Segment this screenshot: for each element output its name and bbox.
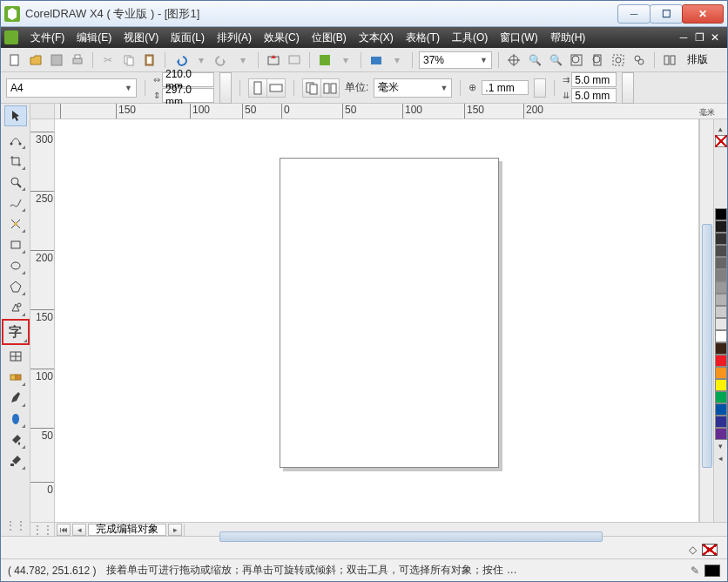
swatch[interactable] [715, 220, 727, 233]
swatch[interactable] [715, 294, 727, 306]
menu-help[interactable]: 帮助(H) [545, 30, 591, 45]
table-tool[interactable] [4, 346, 27, 367]
undo-button[interactable] [172, 51, 189, 69]
swatch[interactable] [715, 306, 727, 318]
landscape-button[interactable] [266, 78, 286, 98]
swatch[interactable] [715, 318, 727, 330]
swatch[interactable] [715, 342, 727, 355]
maximize-button[interactable]: ☐ [650, 4, 683, 24]
zoom-out-button[interactable]: 🔍 [547, 51, 564, 69]
swatch[interactable] [715, 403, 727, 416]
interactive-tool[interactable] [4, 367, 27, 388]
swatch[interactable] [715, 245, 727, 257]
zoom-select[interactable]: 37%▼ [419, 51, 492, 69]
unit-select[interactable]: 毫米▼ [374, 78, 452, 98]
zoom-all-button[interactable] [630, 51, 648, 69]
pick-tool[interactable] [4, 105, 27, 126]
page-options-icon[interactable]: ⋮⋮ [30, 523, 55, 537]
new-button[interactable] [6, 51, 24, 69]
dupy-input[interactable]: 5.0 mm [571, 88, 617, 103]
freehand-tool[interactable] [4, 193, 27, 213]
redo-button[interactable] [213, 51, 231, 69]
import-button[interactable] [265, 51, 282, 69]
dropper-tool[interactable] [4, 388, 27, 409]
nudge-input[interactable]: .1 mm [482, 80, 529, 95]
menu-window[interactable]: 窗口(W) [495, 30, 543, 45]
palette-up-icon[interactable]: ▴ [715, 123, 727, 135]
ruler-vertical[interactable]: 300 250 200 150 100 50 0 [30, 119, 55, 522]
smart-tool[interactable] [4, 213, 27, 234]
menu-view[interactable]: 视图(V) [118, 30, 164, 45]
dupx-input[interactable]: 5.0 mm [571, 72, 617, 87]
menu-edit[interactable]: 编辑(E) [71, 30, 117, 45]
drawing-area[interactable] [55, 119, 699, 522]
interactive-fill-tool[interactable] [4, 450, 27, 471]
swatch[interactable] [715, 269, 727, 281]
swatch[interactable] [715, 355, 727, 367]
text-tool[interactable]: 字 [3, 320, 29, 344]
doc-minimize-button[interactable]: ─ [678, 32, 689, 43]
redo-drop-icon[interactable]: ▾ [234, 51, 252, 69]
doc-restore-button[interactable]: ❐ [694, 32, 704, 43]
swatch[interactable] [715, 208, 727, 220]
all-pages-button[interactable] [302, 78, 321, 98]
menu-file[interactable]: 文件(F) [25, 30, 70, 45]
rectangle-tool[interactable] [4, 234, 27, 255]
page-prev-button[interactable]: ◂ [72, 524, 86, 536]
dup-spinner[interactable] [622, 72, 634, 104]
welcome-drop[interactable]: ▾ [388, 51, 406, 69]
save-button[interactable] [48, 51, 65, 69]
copy-button[interactable] [120, 51, 138, 69]
export-button[interactable] [286, 51, 303, 69]
nudge-spinner[interactable] [534, 78, 546, 98]
menu-text[interactable]: 文本(X) [354, 30, 399, 45]
paste-button[interactable] [141, 51, 158, 69]
options-button[interactable] [661, 51, 678, 69]
menu-table[interactable]: 表格(T) [401, 30, 445, 45]
current-page-button[interactable] [320, 78, 340, 98]
menu-arrange[interactable]: 排列(A) [212, 30, 257, 45]
page-next-button[interactable]: ▸ [168, 524, 182, 536]
scrollbar-vertical[interactable] [699, 119, 713, 522]
swatch[interactable] [715, 428, 727, 440]
toolbox-more-icon[interactable]: ⋮⋮ [4, 515, 27, 536]
undo-drop-icon[interactable]: ▾ [192, 51, 210, 69]
app-launcher-drop[interactable]: ▾ [337, 51, 354, 69]
print-button[interactable] [69, 51, 86, 69]
ellipse-tool[interactable] [4, 255, 27, 276]
open-button[interactable] [27, 51, 44, 69]
page-height-input[interactable]: 297.0 mm [162, 88, 214, 103]
fill-indicator[interactable] [702, 544, 718, 556]
menu-bitmap[interactable]: 位图(B) [307, 30, 352, 45]
zoom-page-button[interactable] [589, 51, 606, 69]
page-tab[interactable]: 完成编辑对象 [88, 524, 166, 536]
swatch[interactable] [715, 416, 727, 428]
snap-button[interactable] [505, 51, 522, 69]
cut-button[interactable]: ✂ [99, 51, 117, 69]
app-launcher-button[interactable] [316, 51, 334, 69]
menu-effects[interactable]: 效果(C) [259, 30, 305, 45]
ruler-origin[interactable] [30, 104, 55, 119]
swatch[interactable] [715, 379, 727, 391]
palette-flyout-icon[interactable]: ◂ [715, 452, 727, 464]
fill-tool[interactable] [4, 430, 27, 450]
page-first-button[interactable]: ⏮ [57, 524, 71, 536]
palette-down-icon[interactable]: ▾ [715, 440, 727, 452]
zoom-sel-button[interactable] [610, 51, 627, 69]
crop-tool[interactable] [4, 151, 27, 172]
size-spinner[interactable] [219, 72, 232, 104]
portrait-button[interactable] [248, 78, 267, 98]
minimize-button[interactable]: ─ [617, 4, 650, 24]
close-button[interactable]: ✕ [682, 4, 724, 24]
shape-tool[interactable] [4, 130, 27, 151]
swatch[interactable] [715, 330, 727, 342]
swatch[interactable] [715, 367, 727, 379]
outline-indicator[interactable] [704, 565, 720, 577]
swatch[interactable] [715, 281, 727, 294]
zoom-fit-button[interactable] [568, 51, 585, 69]
swatch[interactable] [715, 257, 727, 269]
polygon-tool[interactable] [4, 276, 27, 297]
paper-select[interactable]: A4▼ [6, 78, 137, 98]
swatch[interactable] [715, 233, 727, 245]
menu-tools[interactable]: 工具(O) [447, 30, 493, 45]
